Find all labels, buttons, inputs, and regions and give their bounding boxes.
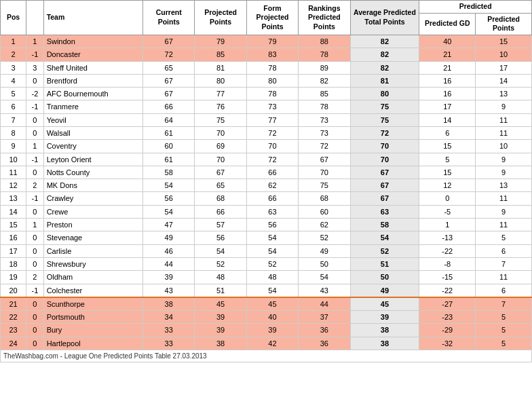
cell-current-points: 67	[143, 74, 195, 87]
cell-pos: 24	[1, 337, 26, 350]
cell-predicted-gd: 1	[419, 219, 476, 231]
cell-pos: 17	[1, 244, 26, 257]
cell-current-points: 61	[143, 153, 195, 166]
cell-rankings-predicted: 75	[299, 179, 350, 192]
cell-change: -1	[26, 153, 43, 166]
cell-predicted-gd: 21	[419, 61, 476, 74]
cell-pos: 8	[1, 127, 26, 140]
cell-team: Colchester	[43, 284, 142, 297]
table-row: 22 0 Portsmouth 34 39 40 37 39 -23 5	[1, 311, 532, 324]
cell-projected-points: 67	[195, 166, 246, 179]
table-row: 21 0 Scunthorpe 38 45 45 44 45 -27 7	[1, 297, 532, 311]
cell-predicted-gd: 16	[419, 74, 476, 87]
cell-predicted-points: 13	[476, 88, 532, 100]
cell-avg-predicted: 54	[350, 231, 419, 244]
cell-predicted-points: 9	[476, 205, 532, 218]
cell-current-points: 39	[143, 271, 195, 284]
cell-team: Oldham	[43, 271, 142, 284]
table-row: 3 3 Sheff United 65 81 78 89 82 21 17	[1, 61, 532, 74]
cell-predicted-gd: -23	[419, 311, 476, 324]
cell-change: -1	[26, 48, 43, 61]
cell-projected-points: 54	[195, 244, 246, 257]
cell-change: 0	[26, 74, 43, 87]
cell-predicted-gd: -5	[419, 205, 476, 218]
cell-projected-points: 70	[195, 153, 246, 166]
table-row: 17 0 Carlisle 46 54 54 49 52 -22 6	[1, 244, 532, 257]
cell-current-points: 72	[143, 48, 195, 61]
cell-predicted-gd: 12	[419, 179, 476, 192]
cell-pos: 6	[1, 100, 26, 113]
cell-projected-points: 57	[195, 219, 246, 231]
cell-avg-predicted: 51	[350, 257, 419, 270]
cell-projected-points: 77	[195, 88, 246, 100]
cell-team: Preston	[43, 219, 142, 231]
cell-avg-predicted: 70	[350, 153, 419, 166]
cell-team: MK Dons	[43, 179, 142, 192]
cell-team: Walsall	[43, 127, 142, 140]
cell-form-projected: 40	[246, 311, 298, 324]
cell-rankings-predicted: 82	[299, 74, 350, 87]
cell-avg-predicted: 82	[350, 61, 419, 74]
cell-pos: 7	[1, 113, 26, 126]
cell-projected-points: 52	[195, 257, 246, 270]
cell-pos: 21	[1, 297, 26, 311]
cell-form-projected: 54	[246, 231, 298, 244]
header-current-points: Current Points	[143, 1, 195, 35]
cell-predicted-points: 17	[476, 61, 532, 74]
cell-projected-points: 56	[195, 231, 246, 244]
table-row: 11 0 Notts County 58 67 66 70 67 15 9	[1, 166, 532, 179]
cell-current-points: 46	[143, 244, 195, 257]
cell-projected-points: 48	[195, 271, 246, 284]
cell-form-projected: 73	[246, 100, 298, 113]
cell-rankings-predicted: 37	[299, 311, 350, 324]
cell-predicted-gd: 16	[419, 88, 476, 100]
cell-rankings-predicted: 49	[299, 244, 350, 257]
cell-predicted-gd: 21	[419, 48, 476, 61]
cell-avg-predicted: 72	[350, 127, 419, 140]
cell-predicted-gd: 40	[419, 35, 476, 48]
cell-avg-predicted: 38	[350, 337, 419, 350]
cell-form-projected: 66	[246, 166, 298, 179]
cell-rankings-predicted: 88	[299, 35, 350, 48]
cell-projected-points: 65	[195, 179, 246, 192]
cell-avg-predicted: 81	[350, 74, 419, 87]
cell-change: -2	[26, 88, 43, 100]
cell-change: 0	[26, 205, 43, 218]
cell-rankings-predicted: 70	[299, 166, 350, 179]
cell-team: Scunthorpe	[43, 297, 142, 311]
header-predicted-label: Predicted	[419, 1, 532, 14]
cell-current-points: 54	[143, 179, 195, 192]
cell-predicted-points: 5	[476, 231, 532, 244]
cell-predicted-points: 9	[476, 100, 532, 113]
header-team: Team	[43, 1, 142, 35]
cell-predicted-points: 6	[476, 244, 532, 257]
cell-form-projected: 77	[246, 113, 298, 126]
cell-current-points: 61	[143, 127, 195, 140]
table-row: 13 -1 Crawley 56 68 66 68 67 0 11	[1, 192, 532, 205]
cell-pos: 20	[1, 284, 26, 297]
cell-team: Crawley	[43, 192, 142, 205]
header-projected-points: Projected Points	[195, 1, 246, 35]
cell-team: Notts County	[43, 166, 142, 179]
cell-change: 0	[26, 337, 43, 350]
cell-rankings-predicted: 62	[299, 219, 350, 231]
cell-predicted-points: 11	[476, 192, 532, 205]
cell-change: 0	[26, 166, 43, 179]
cell-pos: 4	[1, 74, 26, 87]
cell-pos: 1	[1, 35, 26, 48]
cell-projected-points: 39	[195, 311, 246, 324]
header-predicted-points: Predicted Points	[476, 13, 532, 35]
cell-predicted-gd: -32	[419, 337, 476, 350]
cell-form-projected: 48	[246, 271, 298, 284]
cell-current-points: 34	[143, 311, 195, 324]
table-row: 6 -1 Tranmere 66 76 73 78 75 17 9	[1, 100, 532, 113]
cell-rankings-predicted: 36	[299, 324, 350, 337]
cell-predicted-gd: 6	[419, 127, 476, 140]
cell-predicted-points: 10	[476, 48, 532, 61]
table-row: 4 0 Brentford 67 80 80 82 81 16 14	[1, 74, 532, 87]
cell-change: 0	[26, 127, 43, 140]
cell-current-points: 49	[143, 231, 195, 244]
cell-form-projected: 62	[246, 179, 298, 192]
cell-predicted-points: 7	[476, 297, 532, 311]
cell-change: 0	[26, 113, 43, 126]
